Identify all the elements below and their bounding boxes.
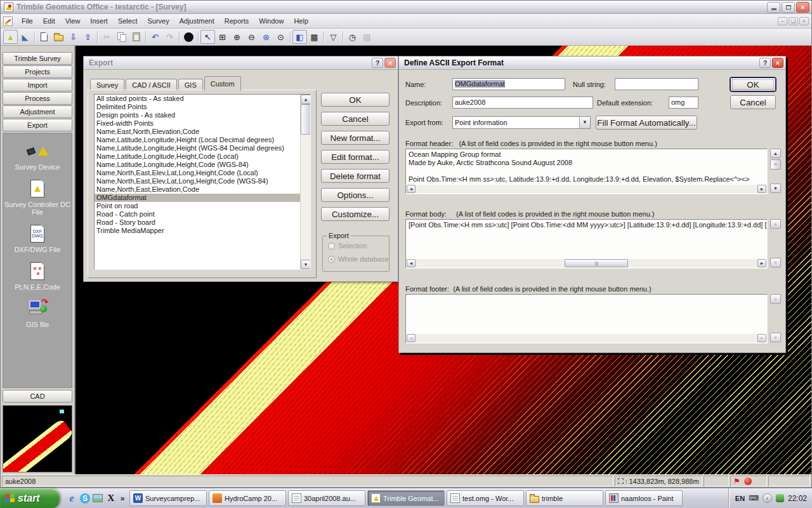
format-item-name-north-east-elev-lat-long-height-code-local[interactable]: Name,North,East,Elev,Lat,Long,Height,Cod… (95, 169, 310, 177)
scrollbar-thumb[interactable]: ≡ (770, 159, 781, 170)
zoom-previous-icon[interactable]: ⊙ (273, 30, 288, 44)
taskbar-button-30april2008-au[interactable]: 30april2008.au... (288, 490, 365, 506)
taskbar-button-test-omg-wor[interactable]: test.omg - Wor... (447, 490, 524, 506)
taskbar-button-hydrocamp-20[interactable]: HydroCamp 20... (209, 490, 286, 506)
select-arrow-icon[interactable]: ↖ (200, 30, 215, 44)
window-layout-icon[interactable]: ◧ (292, 30, 307, 44)
cancel-button[interactable]: Cancel (321, 112, 390, 126)
sidebar-item-projects[interactable]: Projects (3, 65, 72, 78)
menu-insert[interactable]: Insert (85, 15, 113, 27)
export-help-button[interactable]: ? (372, 58, 383, 68)
scroll-up-icon[interactable]: ▴ (301, 95, 311, 104)
minimize-button[interactable] (767, 2, 780, 13)
restore-button[interactable] (782, 2, 795, 13)
zoom-extents-icon[interactable]: ⊛ (259, 30, 273, 44)
format-item-all-staked-points-as-staked[interactable]: All staked points - As staked (95, 95, 310, 103)
format-item-name-latitude-longitude-height-local-decimal-degrees[interactable]: Name,Latitude,Longitude,Height (Local De… (95, 136, 310, 144)
scroll-down-icon[interactable]: ▾ (301, 260, 311, 269)
format-item-point-on-road[interactable]: Point on road (95, 202, 310, 210)
format-item-name-east-north-elevation-code[interactable]: Name,East,North,Elevation,Code (95, 128, 310, 136)
fill-format-automatically-button[interactable]: Fill Format Automatically... (596, 116, 697, 130)
child-minimize-button[interactable]: – (778, 17, 787, 25)
define-help-button[interactable]: ? (759, 58, 771, 68)
export-close-button[interactable]: × (384, 58, 396, 68)
format-header-vscrollbar[interactable]: ▴ ≡ ▾ (770, 149, 781, 194)
format-item-road-catch-point[interactable]: Road - Catch point (95, 210, 310, 218)
format-item-road-story-board[interactable]: Road - Story board (95, 218, 310, 227)
x-app-icon[interactable]: X (105, 493, 117, 504)
format-item-design-points-as-staked[interactable]: Design points - As staked (95, 111, 310, 119)
tab-custom[interactable]: Custom (204, 76, 241, 91)
scroll-left-icon[interactable]: ◂ (407, 259, 416, 267)
menu-view[interactable]: View (60, 15, 86, 27)
define-close-button[interactable]: × (772, 58, 783, 68)
keyboard-icon[interactable]: ⌨ (749, 494, 759, 502)
cad-drafting-icon[interactable]: ◣ (18, 30, 32, 44)
format-list-scrollbar[interactable]: ▴ ▾ (300, 95, 310, 269)
menu-adjustment[interactable]: Adjustment (174, 15, 219, 27)
edit-format-button[interactable]: Edit format... (321, 150, 390, 164)
main-titlebar[interactable]: Trimble Geomatics Office - testarctic - … (1, 1, 811, 14)
new-format-button[interactable]: New format... (321, 131, 390, 145)
format-body-hscrollbar[interactable]: ◂ ||| ▸ (407, 259, 766, 267)
grid-view-icon[interactable]: ▦ (307, 30, 322, 44)
scroll-right-icon[interactable]: ▸ (757, 259, 766, 267)
format-footer-textarea[interactable]: ◂ ▸ (405, 294, 768, 344)
format-item-trimble-mediamapper[interactable]: Trimble MediaMapper (95, 227, 310, 235)
format-body-vscrollbar[interactable]: ▴ ▾ (770, 219, 781, 269)
options-button[interactable]: Options... (321, 188, 390, 202)
define-ok-button[interactable]: OK (730, 77, 776, 91)
taskbar-button-trimble-geomat[interactable]: Trimble Geomat... (367, 490, 445, 506)
format-item-name-latitude-longitude-height-wgs-84-decimal-degrees[interactable]: Name,Latitude,Longitude,Height (WGS-84 D… (95, 144, 310, 152)
name-input[interactable]: OMGdataformat (452, 78, 565, 90)
child-restore-button[interactable]: ❏ (789, 17, 798, 25)
sidebar-tool-pt-n-e-e-code[interactable]: × × ×Pt,N,E,E,Code (3, 261, 72, 291)
export-from-select[interactable]: Point information ▼ (452, 116, 591, 129)
close-button[interactable]: × (796, 2, 809, 13)
scrollbar-thumb[interactable] (301, 104, 311, 135)
export-dialog-titlebar[interactable]: Export ? × (84, 57, 398, 70)
sidebar-item-adjustment[interactable]: Adjustment (3, 105, 72, 118)
format-item-fixed-width-points[interactable]: Fixed-width Points (95, 119, 310, 128)
language-indicator[interactable]: EN (735, 495, 745, 502)
define-dialog-titlebar[interactable]: Define ASCII Export Format ? × (399, 57, 785, 70)
timer-icon[interactable]: ◷ (345, 30, 360, 44)
description-input[interactable]: auke2008 (452, 97, 593, 109)
null-string-input[interactable] (615, 78, 698, 90)
overflow-chevron-icon[interactable]: » (119, 493, 126, 504)
default-extension-input[interactable]: omg (669, 97, 698, 109)
menu-window[interactable]: Window (254, 15, 289, 27)
menu-edit[interactable]: Edit (38, 15, 60, 27)
scroll-up-icon[interactable]: ▴ (770, 149, 781, 158)
scroll-down-icon[interactable]: ▾ (770, 184, 781, 193)
zoom-out-icon[interactable]: ⊖ (244, 30, 259, 44)
chevron-down-icon[interactable]: ▼ (579, 117, 590, 128)
skype-icon[interactable]: S (80, 493, 90, 504)
child-close-button[interactable]: × (799, 17, 809, 25)
format-header-hscrollbar[interactable]: ◂ ▸ (407, 185, 766, 193)
tray-app-icon[interactable] (776, 494, 784, 502)
define-cancel-button[interactable]: Cancel (730, 95, 776, 109)
format-footer-hscrollbar[interactable]: ◂ ▸ (407, 334, 766, 342)
menu-reports[interactable]: Reports (219, 15, 254, 27)
menu-help[interactable]: Help (289, 15, 313, 27)
format-header-textarea[interactable]: Ocean Mapping Group formatMade by Auke, … (405, 149, 768, 194)
sidebar-item-export[interactable]: Export (3, 119, 72, 131)
zoom-in-icon[interactable]: ⊕ (230, 30, 244, 44)
scroll-right-icon[interactable]: ▸ (757, 185, 766, 193)
taskbar-button-trimble[interactable]: trimble (526, 490, 603, 506)
start-button[interactable]: start (0, 488, 60, 508)
taskbar-button-naamloos-paint[interactable]: naamloos - Paint (605, 490, 683, 506)
format-footer-vscrollbar[interactable]: ▴ ▾ (770, 294, 781, 344)
sidebar-tool-survey-controller-dc-file[interactable]: Survey Controller DC File (3, 178, 72, 216)
ok-button[interactable]: OK (321, 93, 390, 107)
undo-icon[interactable]: ↶ (148, 30, 162, 44)
scroll-left-icon[interactable]: ◂ (407, 185, 416, 193)
import-icon[interactable]: ⇩ (66, 30, 81, 44)
sidebar-item-trimble-survey[interactable]: Trimble Survey (3, 52, 72, 65)
format-body-textarea[interactable]: [Point Obs.Time:<H mm ss>:utc] [Point Ob… (405, 219, 768, 269)
photos-icon[interactable] (93, 494, 103, 502)
sidebar-item-import[interactable]: Import (3, 79, 72, 91)
sidebar-tool-survey-device[interactable]: Survey Device (3, 141, 72, 171)
survey-instrument-icon[interactable]: ▲ (3, 30, 18, 44)
